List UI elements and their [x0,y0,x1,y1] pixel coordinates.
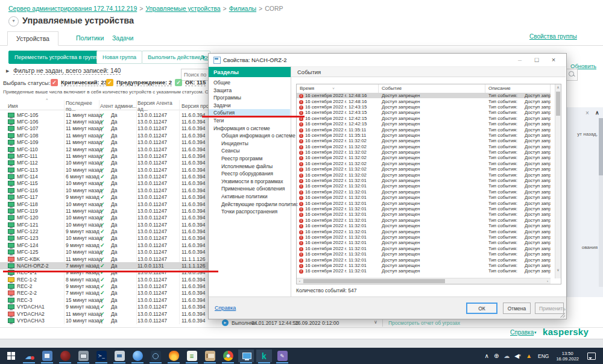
section-item[interactable]: Точки распространения [209,208,290,216]
section-item[interactable]: Уязвимости в программах [209,178,290,186]
device-row[interactable]: MFC-123 10 минут назад ✓ Да 13.0.0.11247… [0,235,216,242]
device-row[interactable]: REC-2-2 7 минут назад ✓ Да 13.0.0.11247 … [0,290,216,297]
taskbar-app-icon[interactable]: ✎ [274,350,290,362]
device-row[interactable]: REC-3 15 минут назад ✓ Да 13.0.0.11247 1… [0,297,216,303]
section-item[interactable]: Инциденты [209,140,290,148]
section-item[interactable]: Действующие профили политик [209,201,290,209]
taskbar-app-icon[interactable] [238,350,254,362]
cancel-button[interactable]: Отмена [503,303,531,314]
event-row[interactable]: !16 сентября 2022 г. 11:35:11 Доступ зап… [297,133,551,138]
event-row[interactable]: !16 сентября 2022 г. 11:32:01 Доступ зап… [297,251,551,257]
device-row[interactable]: MFC-KBK 11 минут назад ✓ Да 13.0.0.11247… [0,256,216,262]
event-row[interactable]: !16 сентября 2022 г. 12:48:16 Доступ зап… [297,98,551,104]
device-row[interactable]: MFC-109 11 минут назад ✓ Да 13.0.0.11247… [0,139,216,146]
filter-expand-icon[interactable]: ▶ [6,69,9,74]
section-item[interactable]: Реестр оборудования [209,170,290,178]
taskbar-app-icon[interactable]: ≻_ [93,350,109,362]
event-row[interactable]: !16 сентября 2022 г. 11:32:01 Доступ зап… [297,195,551,200]
col-header-last-seen[interactable]: Последнее по... [66,100,100,112]
help-link[interactable]: Справка [510,329,534,336]
event-row[interactable]: !16 сентября 2022 г. 11:32:01 Доступ зап… [297,257,551,262]
ok-checkbox[interactable]: ✓ [175,79,182,86]
event-row[interactable]: !16 сентября 2022 г. 12:42:15 Доступ зап… [297,121,551,127]
device-row[interactable]: MFC-115 10 минут назад ✓ Да 13.0.0.11247… [0,180,216,187]
device-row[interactable]: MFC-122 9 минут назад ✓ Да 13.0.0.11247 … [0,228,216,234]
device-row[interactable]: MFC-114 6 минут назад ✓ Да 13.0.0.11247 … [0,173,216,180]
language-indicator[interactable]: ENG [538,353,549,359]
scroll-down-icon[interactable]: ∨ [555,267,561,273]
device-row[interactable]: MFC-108 11 минут назад ✓ Да 13.0.0.11247… [0,132,216,139]
event-row[interactable]: !16 сентября 2022 г. 12:43:15 Доступ зап… [297,104,551,110]
breadcrumb-managed-devices-link[interactable]: Управляемые устройства [145,5,220,12]
event-row[interactable]: !16 сентября 2022 г. 11:32:01 Доступ зап… [297,263,551,268]
device-row[interactable]: VYDACHA1 9 минут назад ✓ Да 13.0.0.11247… [0,304,216,310]
event-row[interactable]: !16 сентября 2022 г. 11:32:01 Доступ зап… [297,240,551,245]
taskbar-app-icon[interactable] [202,350,218,362]
col-header-agent[interactable]: Агент админи... [100,103,137,109]
col-header-agent-version[interactable]: Версия Агента ад... [137,100,182,112]
device-row[interactable]: MFC-106 12 минут назад ✓ Да 13.0.0.11247… [0,118,216,125]
task-dropdown-icon[interactable]: ∨ [374,319,377,325]
resize-grip[interactable] [560,313,565,318]
event-row[interactable]: !16 сентября 2022 г. 11:32:01 Доступ зап… [297,218,551,223]
taskbar-app-icon[interactable]: ≣ [184,350,200,362]
event-row[interactable]: !16 сентября 2022 г. 11:32:01 Доступ зап… [297,183,551,189]
device-row[interactable]: MFC-116 10 минут назад ✓ Да 13.0.0.11247… [0,187,216,193]
section-item[interactable]: Сеансы [209,147,290,155]
critical-status-label[interactable]: Критический: 23 [61,79,107,86]
threat-report-link[interactable]: Просмотреть отчет об угрозах [388,320,460,326]
network-globe-icon[interactable]: ⊕ [494,353,499,359]
taskbar-app-icon[interactable] [112,350,127,362]
taskbar-app-icon[interactable] [75,350,91,362]
scrollbar-thumb[interactable] [303,279,445,283]
dialog-help-link[interactable]: Справка [215,305,236,311]
device-row[interactable]: MFC-119 11 минут назад ✓ Да 13.0.0.11247… [0,207,216,214]
filter-summary-link[interactable]: Фильтр не задан, всего записей: 140 [13,67,121,75]
section-item[interactable]: Реестр программ [209,155,290,163]
scroll-up-icon[interactable]: ∧ [555,84,561,90]
device-row[interactable]: REC-2 9 минут назад ✓ Да 13.0.0.11247 11… [0,283,216,289]
close-button[interactable]: × [546,54,561,66]
event-row[interactable]: !16 сентября 2022 г. 11:32:01 Доступ зап… [297,212,551,217]
event-row[interactable]: !16 сентября 2022 г. 11:32:02 Доступ зап… [297,161,551,166]
taskbar-app-icon[interactable] [166,350,182,362]
device-row[interactable]: MFC-105 11 минут назад ✓ Да 13.0.0.11247… [0,111,216,118]
device-row[interactable]: MFC-118 10 минут назад ✓ Да 13.0.0.11247… [0,201,216,207]
section-item[interactable]: Программы [209,94,290,102]
event-row[interactable]: !16 сентября 2022 г. 11:32:02 Доступ зап… [297,155,551,160]
scroll-right-icon[interactable]: › [545,278,551,284]
panel-collapse-icon[interactable]: ∧ [595,110,599,116]
device-row[interactable]: MFC-124 9 минут назад ✓ Да 13.0.0.11247 … [0,242,216,248]
taskbar-app-icon[interactable]: k [256,350,272,362]
device-row[interactable]: MFC-125 10 минут назад ✓ Да 13.0.0.11247… [0,249,216,256]
device-row[interactable]: MFC-120 10 минут назад ✓ Да 13.0.0.11247… [0,215,216,221]
ok-button[interactable]: ОК [466,303,497,314]
section-item[interactable]: Общая информация о системе [209,132,290,140]
col-header-time[interactable]: Время ˅ [297,84,379,93]
event-row[interactable]: !16 сентября 2022 г. 11:32:01 Доступ зап… [297,206,551,212]
search-icon[interactable] [569,71,574,77]
flame-tray-icon[interactable]: ▲ [526,353,532,359]
tab-devices[interactable]: Устройства [7,31,58,46]
event-row[interactable]: !16 сентября 2022 г. 11:32:01 Доступ зап… [297,200,551,206]
col-header-event[interactable]: Событие [379,84,485,93]
device-row[interactable]: MFC-121 10 минут назад ✓ Да 13.0.0.11247… [0,221,216,228]
taskbar-app-icon[interactable] [148,350,163,362]
breadcrumb-branches-link[interactable]: Филиалы [229,5,256,12]
warning-status-label[interactable]: Предупреждение: 2 [116,79,172,86]
help-caret-icon[interactable]: ▾ [534,330,537,335]
section-item[interactable]: Теги [209,117,290,125]
event-row[interactable]: !16 сентября 2022 г. 11:32:02 Доступ зап… [297,172,551,177]
taskbar-app-icon[interactable] [57,350,73,362]
move-devices-button[interactable]: Переместить устройства в группу [8,51,106,64]
col-header-description[interactable]: Описание [485,84,551,93]
warning-checkbox[interactable]: ✓ [106,79,113,86]
device-row[interactable]: VYDACHA3 10 минут назад ✓ Да 13.0.0.1124… [0,317,216,324]
critical-checkbox[interactable]: ✓ [51,79,58,86]
taskbar-app-icon[interactable] [130,350,145,362]
section-item[interactable]: Защита [209,87,290,95]
section-item[interactable]: Исполняемые файлы [209,163,290,171]
device-row[interactable]: NACH-ORZ-2 7 минут назад ✓ Да 11.0.0.113… [0,262,216,269]
events-horizontal-scrollbar[interactable]: ‹ › [297,278,551,284]
event-row[interactable]: !16 сентября 2022 г. 11:32:02 Доступ зап… [297,144,551,149]
